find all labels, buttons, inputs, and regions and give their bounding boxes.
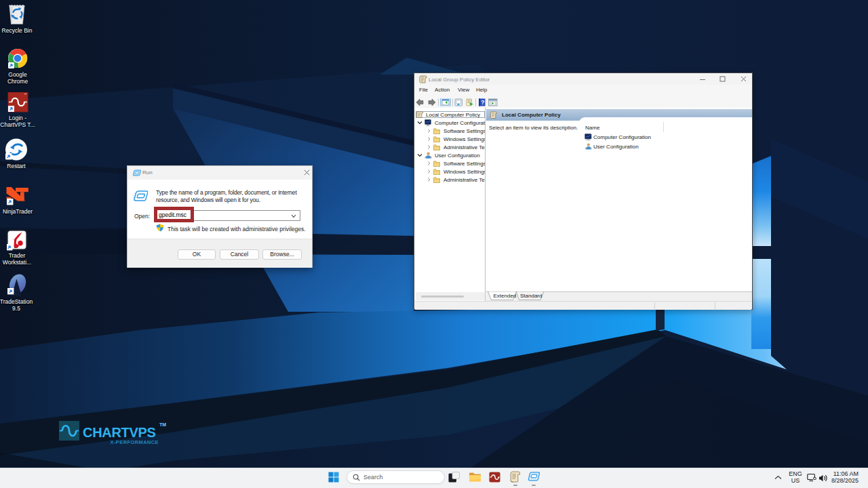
svg-text:X-PERFORMANCE: X-PERFORMANCE (111, 439, 159, 445)
svg-text:Standard: Standard (520, 293, 542, 299)
svg-text:?: ? (481, 99, 485, 106)
svg-text:CHARTVPS: CHARTVPS (83, 425, 156, 440)
svg-text:TM: TM (159, 422, 166, 427)
svg-text:Extended: Extended (494, 293, 517, 299)
